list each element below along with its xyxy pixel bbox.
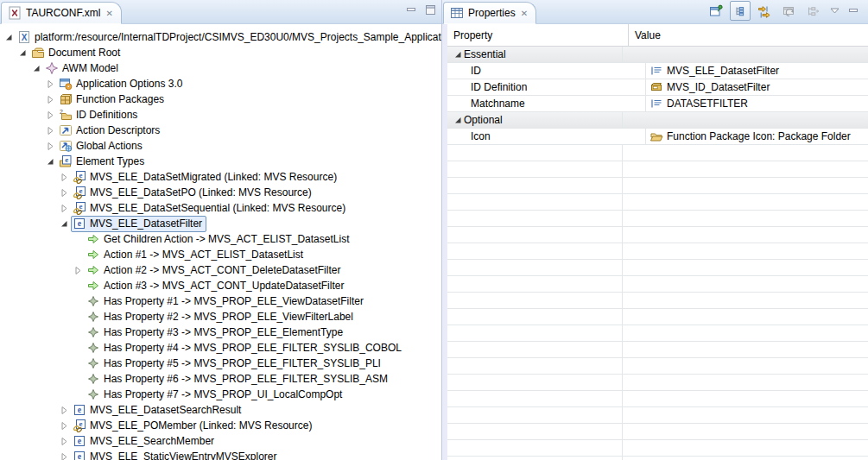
tree-row[interactable]: eMVS_ELE_DatasetSearchResult: [0, 402, 441, 418]
tree-item[interactable]: Function Packages: [57, 91, 168, 108]
tree-row[interactable]: eMVS_ELE_StaticViewEntryMVSExplorer: [0, 449, 441, 460]
tree-item[interactable]: Has Property #7 -> MVS_PROP_UI_LocalComp…: [85, 387, 346, 403]
property-value-cell[interactable]: MVS_ID_DatasetFilter: [645, 79, 868, 95]
tree-item[interactable]: Document Root: [29, 45, 124, 61]
tree-item[interactable]: eMVS_ELE_POMember (Linked: MVS Resource): [71, 418, 316, 434]
collapse-toggle-icon[interactable]: [29, 61, 43, 75]
tree-row[interactable]: 2ID Definitions: [0, 107, 441, 123]
tree-item[interactable]: Action #3 -> MVS_ACT_CONT_UpdateDatasetF…: [85, 278, 348, 294]
property-value-cell[interactable]: MVS_ELE_DatasetFilter: [645, 63, 868, 79]
tab-properties[interactable]: Properties ✕: [443, 2, 536, 24]
collapse-toggle-icon[interactable]: [2, 30, 16, 44]
expand-toggle-icon[interactable]: [57, 201, 71, 215]
tree-row[interactable]: Global Actions: [0, 138, 441, 154]
expand-toggle-icon[interactable]: [57, 450, 71, 460]
tree-item[interactable]: AWM Model: [43, 60, 123, 77]
tree-item[interactable]: Action #2 -> MVS_ACT_CONT_DeleteDatasetF…: [85, 262, 345, 279]
tree-row[interactable]: Action Descriptors: [0, 123, 441, 138]
expand-toggle-icon[interactable]: [43, 123, 57, 137]
tree-item[interactable]: Has Property #1 -> MVS_PROP_ELE_ViewData…: [85, 293, 368, 310]
tree-row[interactable]: Action #3 -> MVS_ACT_CONT_UpdateDatasetF…: [0, 278, 441, 293]
tree-row[interactable]: Function Packages: [0, 91, 441, 107]
expand-toggle-icon[interactable]: [71, 263, 85, 277]
tab-taurconf-xml[interactable]: TAURCONF.xml ✕: [1, 2, 122, 24]
tree-row[interactable]: eMVS_ELE_DatasetFilter: [0, 216, 441, 231]
tree-row[interactable]: Document Root: [0, 45, 441, 60]
property-value-cell[interactable]: [622, 112, 868, 128]
expand-toggle-icon[interactable]: [43, 139, 57, 153]
show-categories-icon[interactable]: [730, 1, 751, 21]
expand-toggle-icon[interactable]: [57, 403, 71, 417]
expand-toggle-icon[interactable]: [57, 419, 71, 432]
tree-row[interactable]: Has Property #6 -> MVS_PROP_ELE_FILTER_S…: [0, 371, 441, 387]
tree-item[interactable]: Global Actions: [57, 138, 147, 154]
tree-row[interactable]: eMVS_ELE_POMember (Linked: MVS Resource): [0, 418, 441, 433]
tree-row[interactable]: eMVS_ELE_SearchMember: [0, 433, 441, 449]
property-category-row[interactable]: Optional: [447, 112, 868, 129]
tree-item[interactable]: eMVS_ELE_SearchMember: [71, 433, 219, 450]
tree-item[interactable]: eMVS_ELE_DatasetSearchResult: [71, 402, 245, 419]
property-row[interactable]: ID DefinitionMVS_ID_DatasetFilter: [447, 79, 868, 96]
expand-toggle-icon[interactable]: [43, 77, 57, 91]
tree-row[interactable]: Action #1 -> MVS_ACT_ELIST_DatasetList: [0, 247, 441, 262]
expand-toggle-icon[interactable]: [43, 92, 57, 106]
tree-item[interactable]: eElement Types: [57, 154, 149, 170]
view-menu-icon[interactable]: [827, 1, 842, 21]
tree-row[interactable]: Has Property #4 -> MVS_PROP_ELE_FILTER_S…: [0, 340, 441, 356]
tree-item[interactable]: Get Children Action -> MVS_ACT_ELIST_Dat…: [85, 231, 353, 248]
tree-item[interactable]: Action Descriptors: [57, 123, 164, 139]
tree-item[interactable]: 2ID Definitions: [57, 107, 142, 123]
property-value-cell[interactable]: [622, 47, 868, 62]
column-header-property[interactable]: Property: [447, 29, 628, 41]
minimize-icon[interactable]: [846, 1, 861, 21]
minimize-icon[interactable]: [406, 4, 417, 16]
tree-item[interactable]: eMVS_ELE_DataSetPO (Linked: MVS Resource…: [71, 185, 316, 201]
show-advanced-properties-icon[interactable]: [754, 1, 775, 21]
collapse-toggle-icon[interactable]: [452, 115, 464, 125]
tree-row[interactable]: Xplatform:/resource/InternalTDProject/CS…: [0, 29, 441, 45]
tree-row[interactable]: eElement Types: [0, 154, 441, 169]
expand-toggle-icon[interactable]: [57, 434, 71, 448]
tree-item[interactable]: eMVS_ELE_DataSetSequential (Linked: MVS …: [71, 200, 350, 217]
maximize-icon[interactable]: [425, 4, 436, 16]
tree-row[interactable]: Has Property #3 -> MVS_PROP_ELE_ElementT…: [0, 325, 441, 340]
property-row[interactable]: MatchnameDATASETFILTER: [447, 96, 868, 112]
tree-row[interactable]: Has Property #2 -> MVS_PROP_ELE_ViewFilt…: [0, 309, 441, 325]
tree-item[interactable]: Xplatform:/resource/InternalTDProject/CS…: [16, 29, 441, 46]
property-row[interactable]: IconFunction Package Icon: Package Folde…: [447, 129, 868, 145]
tree-row[interactable]: Has Property #1 -> MVS_PROP_ELE_ViewData…: [0, 293, 441, 309]
expand-toggle-icon[interactable]: [57, 186, 71, 199]
column-header-value[interactable]: Value: [628, 24, 868, 46]
tree-row[interactable]: Get Children Action -> MVS_ACT_ELIST_Dat…: [0, 231, 441, 247]
tree-item[interactable]: Has Property #3 -> MVS_PROP_ELE_ElementT…: [85, 325, 347, 341]
collapse-toggle-icon[interactable]: [43, 154, 57, 168]
tree-row[interactable]: eMVS_ELE_DataSetSequential (Linked: MVS …: [0, 200, 441, 216]
tree-item[interactable]: Has Property #6 -> MVS_PROP_ELE_FILTER_S…: [85, 371, 392, 388]
tree-item[interactable]: eMVS_ELE_DataSetMigrated (Linked: MVS Re…: [71, 169, 341, 186]
close-icon[interactable]: ✕: [520, 9, 529, 18]
property-row[interactable]: IDMVS_ELE_DatasetFilter: [447, 63, 868, 79]
tree-item-selected[interactable]: eMVS_ELE_DatasetFilter: [71, 216, 206, 232]
collapse-toggle-icon[interactable]: [452, 49, 464, 60]
expand-toggle-icon[interactable]: [57, 170, 71, 184]
tree-item[interactable]: Application Options 3.0: [57, 76, 187, 92]
tree-row[interactable]: AWM Model: [0, 60, 441, 76]
tree-item[interactable]: Has Property #4 -> MVS_PROP_ELE_FILTER_S…: [85, 340, 406, 356]
tree-row[interactable]: Application Options 3.0: [0, 76, 441, 91]
tree-row[interactable]: Action #2 -> MVS_ACT_CONT_DeleteDatasetF…: [0, 262, 441, 278]
collapse-toggle-icon[interactable]: [16, 46, 29, 60]
tree-item[interactable]: eMVS_ELE_StaticViewEntryMVSExplorer: [71, 449, 282, 460]
expand-toggle-icon[interactable]: [43, 108, 57, 122]
tree-row[interactable]: Has Property #5 -> MVS_PROP_ELE_FILTER_S…: [0, 356, 441, 371]
tree-row[interactable]: eMVS_ELE_DataSetMigrated (Linked: MVS Re…: [0, 169, 441, 185]
collapse-toggle-icon[interactable]: [57, 217, 71, 230]
tree-item[interactable]: Has Property #5 -> MVS_PROP_ELE_FILTER_S…: [85, 356, 385, 372]
tree-item[interactable]: Action #1 -> MVS_ACT_ELIST_DatasetList: [85, 247, 307, 263]
property-category-row[interactable]: Essential: [447, 47, 868, 63]
property-value-cell[interactable]: DATASETFILTER: [645, 96, 868, 111]
tree-row[interactable]: Has Property #7 -> MVS_PROP_UI_LocalComp…: [0, 387, 441, 402]
close-icon[interactable]: ✕: [105, 9, 113, 18]
tree-row[interactable]: eMVS_ELE_DataSetPO (Linked: MVS Resource…: [0, 185, 441, 200]
new-properties-view-icon[interactable]: [706, 1, 726, 21]
property-value-cell[interactable]: Function Package Icon: Package Folder: [645, 129, 868, 144]
